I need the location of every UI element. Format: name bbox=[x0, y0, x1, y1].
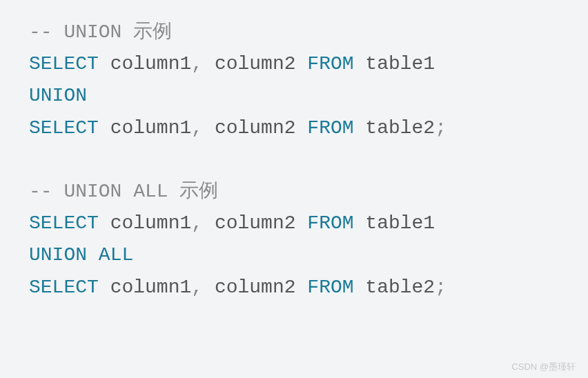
code-line: SELECT column1, column2 FROM table2; bbox=[29, 112, 559, 144]
sql-identifier: column2 bbox=[215, 277, 296, 298]
sql-keyword: SELECT bbox=[29, 277, 99, 298]
sql-space bbox=[296, 53, 308, 74]
sql-comment: -- UNION 示例 bbox=[29, 21, 172, 43]
sql-identifier: column2 bbox=[215, 117, 296, 139]
code-line: UNION bbox=[29, 80, 559, 112]
sql-space bbox=[296, 277, 308, 298]
sql-space bbox=[203, 212, 215, 234]
sql-punct: , bbox=[191, 277, 203, 298]
sql-space bbox=[354, 277, 366, 298]
sql-punct: , bbox=[191, 117, 203, 139]
sql-keyword: FROM bbox=[307, 277, 353, 298]
sql-keyword: UNION bbox=[29, 244, 87, 266]
sql-identifier: column1 bbox=[110, 212, 192, 234]
sql-space bbox=[354, 53, 366, 74]
sql-keyword: FROM bbox=[307, 212, 353, 234]
sql-identifier: table2 bbox=[365, 277, 435, 298]
sql-space bbox=[203, 277, 215, 298]
code-line: SELECT column1, column2 FROM table1 bbox=[29, 48, 559, 80]
sql-keyword: ALL bbox=[99, 244, 133, 266]
sql-identifier: column1 bbox=[110, 53, 192, 74]
sql-space bbox=[99, 117, 110, 139]
code-line: -- UNION ALL 示例 bbox=[29, 176, 559, 208]
code-line: UNION ALL bbox=[29, 239, 559, 271]
sql-space bbox=[354, 117, 366, 139]
sql-identifier: table1 bbox=[365, 53, 435, 74]
sql-keyword: UNION bbox=[29, 85, 87, 106]
sql-space bbox=[87, 244, 99, 266]
sql-punct: ; bbox=[435, 117, 447, 139]
sql-keyword: SELECT bbox=[29, 212, 99, 234]
sql-space bbox=[99, 277, 110, 298]
code-line bbox=[29, 144, 559, 176]
code-line: SELECT column1, column2 FROM table2; bbox=[29, 272, 559, 304]
sql-comment: -- UNION ALL 示例 bbox=[29, 181, 218, 202]
sql-identifier: column2 bbox=[215, 53, 296, 74]
sql-space bbox=[203, 117, 215, 139]
sql-space bbox=[99, 53, 110, 74]
sql-space bbox=[296, 117, 308, 139]
sql-space bbox=[99, 212, 110, 234]
sql-identifier: column2 bbox=[215, 212, 296, 234]
sql-space bbox=[296, 212, 308, 234]
watermark-text: CSDN @墨瑾轩 bbox=[511, 359, 576, 374]
sql-space bbox=[203, 53, 215, 74]
code-line: SELECT column1, column2 FROM table1 bbox=[29, 208, 559, 239]
sql-keyword: FROM bbox=[307, 53, 353, 74]
sql-keyword: FROM bbox=[307, 117, 353, 139]
sql-punct: , bbox=[191, 212, 203, 234]
sql-code-block: -- UNION 示例SELECT column1, column2 FROM … bbox=[29, 17, 559, 304]
sql-keyword: SELECT bbox=[29, 53, 99, 74]
sql-punct: ; bbox=[435, 277, 447, 298]
sql-identifier: column1 bbox=[110, 277, 192, 298]
sql-identifier: table2 bbox=[365, 117, 435, 139]
sql-punct: , bbox=[191, 53, 203, 74]
code-line: -- UNION 示例 bbox=[29, 17, 559, 48]
sql-identifier: table1 bbox=[365, 212, 435, 234]
sql-space bbox=[354, 212, 366, 234]
sql-identifier: column1 bbox=[110, 117, 192, 139]
sql-keyword: SELECT bbox=[29, 117, 99, 139]
